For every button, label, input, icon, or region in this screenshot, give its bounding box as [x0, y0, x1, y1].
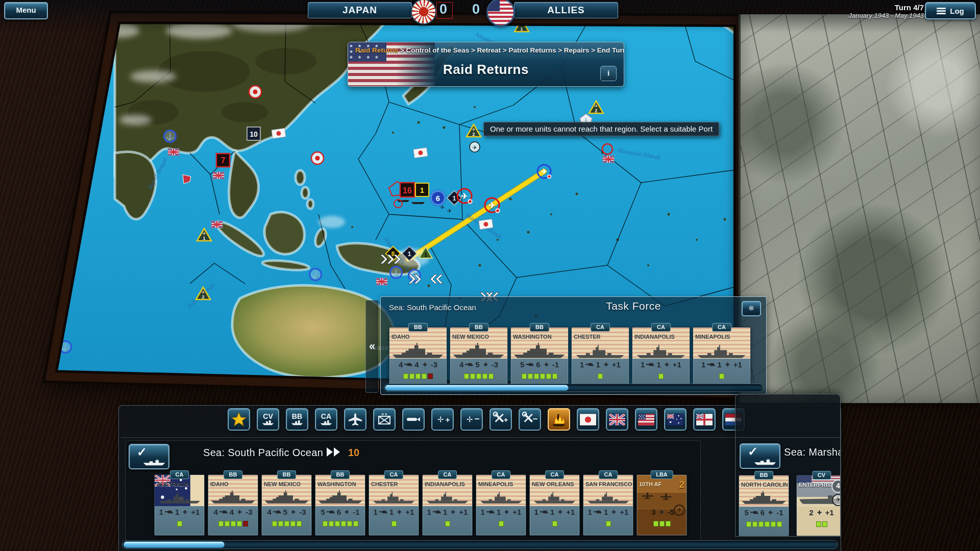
- ship-card-10th-af[interactable]: LBA10TH AF2✈3-5: [636, 474, 687, 536]
- map-marker-flag-uk[interactable]: [603, 156, 614, 163]
- move-value: 4: [414, 360, 419, 369]
- filter-flag-japan-button[interactable]: [577, 408, 599, 431]
- ship-icon: [143, 458, 165, 466]
- svg-text:CA: CA: [321, 412, 331, 420]
- ship-card-enterprise[interactable]: CVENTERPRISE⚑4✈2+1: [796, 475, 841, 536]
- log-button[interactable]: Log: [925, 2, 976, 19]
- ship-card-idaho[interactable]: BBIDAHO44-3: [208, 474, 258, 536]
- info-button[interactable]: i: [600, 66, 617, 81]
- ship-card-indianapolis[interactable]: CAINDIANAPOLIS11+1: [632, 327, 690, 388]
- unit-stats: 56-1: [739, 508, 789, 517]
- ship-card-washington[interactable]: BBWASHINGTON56-1: [315, 474, 365, 536]
- filter-flag-uk-button[interactable]: [606, 408, 628, 431]
- map-marker-badge-red[interactable]: 7: [216, 154, 230, 167]
- move-value: 2: [809, 508, 813, 517]
- ship-card-new-orleans[interactable]: CANEW ORLEANS11+1: [529, 474, 580, 536]
- task-force-scrollbar-track[interactable]: [384, 384, 763, 392]
- menu-button[interactable]: Menu: [4, 2, 48, 19]
- health-blocks: [476, 521, 526, 527]
- filter-bb-button[interactable]: BB: [286, 408, 308, 431]
- allies-score: 0: [472, 2, 480, 17]
- japan-label-panel: JAPAN: [308, 2, 412, 18]
- unit-name: MINEAPOLIS: [695, 334, 749, 340]
- unit-name: INDIANAPOLIS: [634, 334, 689, 340]
- card-art: [208, 475, 258, 506]
- attack-value: 1: [159, 508, 163, 516]
- ship-card-idaho[interactable]: BBIDAHO44-3: [389, 327, 447, 388]
- task-force-scrollbar-thumb[interactable]: [385, 385, 569, 391]
- modifier-value: +1: [191, 508, 200, 516]
- modifier-value: -3: [431, 360, 437, 369]
- map-marker-flag-uk[interactable]: [168, 148, 179, 156]
- filter-flag-usa-button[interactable]: [635, 408, 657, 431]
- region-title: Sea: Marshal: [784, 446, 841, 458]
- map-marker-flag-uk[interactable]: [376, 278, 387, 285]
- move-value: 6: [761, 508, 765, 517]
- filter-favorites-button[interactable]: [228, 408, 250, 431]
- gun-icon: [646, 361, 655, 368]
- filter-cv-button[interactable]: CV: [257, 408, 279, 431]
- filter-ca-button[interactable]: CA: [315, 408, 337, 431]
- unit-class-tag: CA: [492, 470, 511, 479]
- svg-text:✈: ✈: [447, 208, 452, 214]
- filter-speed-up-button[interactable]: +: [431, 408, 454, 431]
- health-blocks: [572, 373, 629, 379]
- attack-value: 1: [534, 508, 538, 516]
- map-marker-flag-jp[interactable]: [479, 219, 493, 229]
- unit-name: NEW MEXICO: [452, 334, 506, 340]
- ship-card-washington[interactable]: BBWASHINGTON56-1: [510, 327, 569, 388]
- filter-repair-down-button[interactable]: −: [519, 408, 541, 431]
- bottom-fleet-panel: CVBBCAx x+−+− ✓ Sea: South Pacific Ocean…: [118, 405, 841, 551]
- map-marker-flag-uk[interactable]: [211, 221, 223, 228]
- propeller-icon: [723, 361, 732, 368]
- propeller-icon: [502, 509, 511, 515]
- propeller-icon: [609, 509, 618, 515]
- unit-stats: 11+1: [423, 508, 472, 516]
- map-marker-flag-jp[interactable]: [272, 128, 286, 138]
- ship-card-indianapolis[interactable]: CAINDIANAPOLIS11+1: [422, 474, 473, 536]
- gun-icon: [594, 509, 602, 515]
- map-marker-flag-uk[interactable]: [213, 172, 224, 179]
- close-icon[interactable]: ⊗: [742, 301, 761, 316]
- bottom-scrollbar-thumb[interactable]: [124, 541, 225, 548]
- gun-icon: [273, 509, 282, 515]
- ship-card-new-mexico[interactable]: BBNEW MEXICO45-3: [261, 474, 312, 536]
- confirm-region-button[interactable]: ✓: [129, 444, 169, 469]
- ship-card-mineapolis[interactable]: CAMINEAPOLIS11+1: [476, 474, 526, 536]
- map-marker-badge-navy[interactable]: 10: [247, 127, 260, 140]
- filter-flag-ensign-button[interactable]: [693, 408, 716, 431]
- health-blocks: [155, 521, 204, 527]
- gun-icon: [404, 361, 413, 368]
- confirm-region-button[interactable]: ✓: [740, 443, 780, 469]
- ship-card-new-mexico[interactable]: BBNEW MEXICO45-3: [450, 327, 508, 388]
- filter-infantry-button[interactable]: x x: [373, 408, 396, 431]
- map-marker-anchor[interactable]: ⚓: [164, 131, 176, 142]
- card-art: [632, 328, 690, 359]
- ship-card-australia[interactable]: CAAUSTRALIA11+1: [154, 474, 205, 536]
- unit-class-tag: BB: [224, 470, 243, 479]
- bottom-scrollbar-track[interactable]: [122, 540, 838, 549]
- ship-card-chester[interactable]: CACHESTER11+1: [571, 327, 629, 388]
- filter-speed-down-button[interactable]: −: [460, 408, 483, 431]
- filter-damaged-button[interactable]: [548, 408, 570, 431]
- filter-aircraft-button[interactable]: [344, 408, 366, 431]
- unit-stats: 11+1: [476, 508, 526, 516]
- filter-flag-australia-button[interactable]: [664, 408, 687, 431]
- map-marker-port-jp[interactable]: [311, 152, 324, 164]
- ship-card-san-francisco[interactable]: CASAN FRANCISCO11+1: [583, 474, 633, 536]
- task-force-collapse-button[interactable]: «: [365, 300, 379, 393]
- propeller-icon: [481, 361, 490, 368]
- map-marker-port-jp[interactable]: [249, 86, 261, 98]
- ship-card-mineapolis[interactable]: CAMINEAPOLIS11+1: [693, 327, 751, 388]
- map-marker-flag-jp[interactable]: [413, 147, 428, 158]
- ship-card-north-carolina[interactable]: BBNORTH CAROLINA56-1: [739, 475, 789, 536]
- card-art: [450, 328, 507, 359]
- card-art: [572, 328, 629, 359]
- svg-text:1: 1: [424, 252, 427, 258]
- map-marker-anchor[interactable]: ⚓: [390, 267, 402, 279]
- ship-card-chester[interactable]: CACHESTER11+1: [369, 474, 419, 536]
- map-marker-anchor[interactable]: ⚓: [310, 269, 322, 281]
- filter-repair-up-button[interactable]: +: [489, 408, 512, 431]
- filter-torpedo-button[interactable]: [402, 408, 425, 431]
- map-marker-circle-plane[interactable]: ✈: [470, 142, 480, 152]
